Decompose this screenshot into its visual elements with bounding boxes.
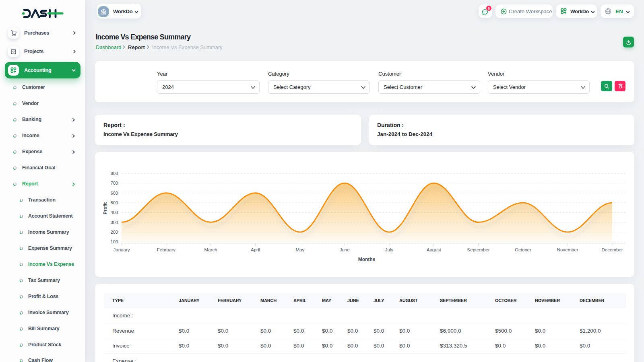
svg-text:January: January: [114, 247, 130, 252]
svg-text:November: November: [557, 247, 578, 252]
svg-text:300: 300: [111, 220, 118, 225]
svg-text:500: 500: [111, 200, 118, 205]
svg-text:July: July: [385, 247, 394, 252]
svg-text:October: October: [515, 247, 531, 252]
svg-text:March: March: [204, 247, 217, 252]
svg-text:100: 100: [111, 239, 118, 244]
svg-text:400: 400: [111, 210, 118, 215]
svg-text:700: 700: [111, 181, 118, 185]
svg-text:200: 200: [111, 230, 118, 234]
svg-text:800: 800: [111, 171, 118, 176]
svg-text:May: May: [295, 247, 304, 252]
svg-text:September: September: [467, 247, 489, 252]
svg-text:Months: Months: [358, 257, 376, 262]
svg-text:600: 600: [111, 191, 118, 195]
svg-text:June: June: [340, 247, 350, 252]
svg-text:August: August: [427, 247, 442, 252]
svg-text:Profit: Profit: [103, 202, 107, 214]
svg-text:February: February: [157, 247, 175, 252]
svg-text:April: April: [251, 247, 260, 252]
svg-text:December: December: [601, 247, 623, 252]
